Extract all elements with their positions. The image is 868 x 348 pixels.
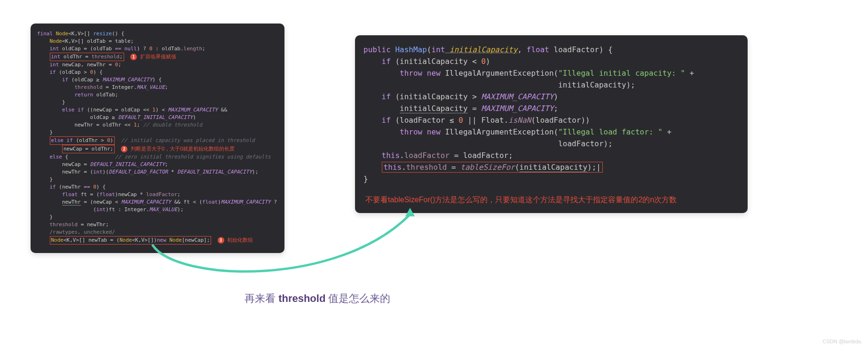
code-left: final Node<K,V>[] resize() { Node<K,V>[]… <box>37 30 278 245</box>
badge-3: 3 <box>218 237 224 244</box>
arrow-head-icon <box>405 208 415 216</box>
annotation-2: 判断是否大于0，大于0就是初始化数组的长度 <box>131 146 235 151</box>
code-panel-right: public HashMap(int initialCapacity, floa… <box>355 35 748 213</box>
badge-1: 1 <box>130 54 137 60</box>
code-panel-left: final Node<K,V>[] resize() { Node<K,V>[]… <box>31 24 284 253</box>
watermark: CSDN @lambda. <box>822 339 862 344</box>
annotation-right: 不要看tableSizeFor()方法是怎么写的，只要知道这个方法是寻找大于指定… <box>365 194 677 206</box>
annotation-1: 扩容临界值赋值 <box>140 54 176 59</box>
annotation-3: 初始化数组 <box>227 237 253 243</box>
badge-2: 2 <box>121 146 127 152</box>
code-right: public HashMap(int initialCapacity, floa… <box>363 44 739 185</box>
diagram-caption: 再来看 threshold 值是怎么来的 <box>245 292 390 306</box>
